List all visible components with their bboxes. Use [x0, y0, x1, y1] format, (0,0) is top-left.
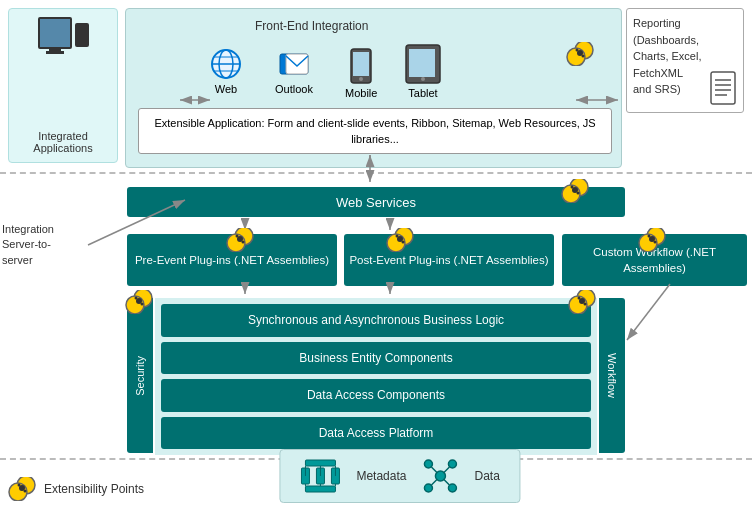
bottom-center-legend: Metadata Data — [279, 449, 520, 503]
reporting-label: Reporting(Dashboards,Charts, Excel,Fetch… — [633, 15, 705, 106]
post-event-label: Post-Event Plug-ins (.NET Assemblies) — [349, 252, 548, 268]
ext-point-top-right — [566, 42, 594, 69]
ext-point-custom-workflow — [638, 228, 666, 255]
sync-async-bar: Synchronous and Asynchronous Business Lo… — [161, 304, 591, 337]
svg-point-84 — [424, 484, 432, 492]
svg-line-8 — [627, 284, 670, 340]
data-access-components-bar: Data Access Components — [161, 379, 591, 412]
svg-point-82 — [424, 460, 432, 468]
diagram-container: Integrated Applications Front-End Integr… — [0, 0, 752, 511]
svg-point-38 — [571, 186, 574, 189]
svg-point-69 — [24, 490, 27, 493]
data-network-icon — [422, 458, 458, 494]
business-entity-bar: Business Entity Components — [161, 342, 591, 375]
web-label: Web — [215, 83, 237, 95]
reporting-box: Reporting(Dashboards,Charts, Excel,Fetch… — [626, 8, 744, 113]
ext-points-icon — [8, 477, 36, 501]
post-event-box: Post-Event Plug-ins (.NET Assemblies) — [344, 234, 554, 286]
workflow-label: Workflow — [606, 353, 618, 398]
integration-server-label: Integration Server-to-server — [2, 222, 92, 268]
svg-rect-30 — [711, 72, 735, 104]
data-access-components-label: Data Access Components — [307, 388, 445, 402]
ext-point-web-services — [561, 179, 589, 206]
svg-point-64 — [584, 303, 587, 306]
integrated-apps-label: Integrated Applications — [17, 130, 109, 154]
inner-bars-container: Synchronous and Asynchronous Business Lo… — [155, 298, 597, 455]
ext-point-pre-event — [226, 228, 254, 255]
svg-point-59 — [141, 303, 144, 306]
data-label: Data — [474, 469, 499, 483]
workflow-bar: Workflow — [599, 298, 625, 453]
svg-point-24 — [421, 77, 425, 81]
svg-point-39 — [577, 192, 580, 195]
ext-point-security — [125, 290, 153, 317]
tablet-icon — [405, 44, 441, 84]
ext-points-label: Extensibility Points — [44, 482, 144, 496]
web-services-label: Web Services — [336, 195, 416, 210]
svg-point-28 — [576, 49, 579, 52]
outlook-label: Outlook — [275, 83, 313, 95]
svg-point-63 — [578, 297, 581, 300]
outlook-icon-group: Outlook — [275, 48, 313, 95]
svg-line-88 — [431, 479, 437, 485]
svg-point-49 — [402, 241, 405, 244]
svg-point-83 — [448, 460, 456, 468]
svg-point-44 — [242, 241, 245, 244]
data-access-platform-bar: Data Access Platform — [161, 417, 591, 450]
web-icon-group: Web — [210, 48, 242, 95]
svg-line-86 — [431, 467, 437, 473]
sync-async-label: Synchronous and Asynchronous Business Lo… — [248, 313, 504, 327]
tablet-icon-group: Tablet — [405, 44, 441, 99]
svg-point-29 — [582, 55, 585, 58]
mobile-label: Mobile — [345, 87, 377, 99]
extensibility-legend: Extensibility Points — [8, 477, 144, 501]
ext-point-workflow — [568, 290, 596, 317]
svg-point-48 — [396, 235, 399, 238]
svg-point-21 — [359, 77, 363, 81]
svg-point-53 — [648, 235, 651, 238]
report-doc-icon — [709, 15, 737, 106]
svg-point-43 — [236, 235, 239, 238]
mobile-icon — [350, 48, 372, 84]
divider-1 — [0, 172, 752, 174]
outlook-icon — [278, 48, 310, 80]
extensible-app-box: Extensible Application: Form and client-… — [138, 108, 612, 154]
security-bar: Security — [127, 298, 153, 453]
svg-rect-20 — [353, 52, 369, 76]
globe-icon — [210, 48, 242, 80]
extensible-app-text: Extensible Application: Form and client-… — [143, 115, 607, 148]
svg-line-87 — [443, 467, 449, 473]
integrated-apps-box: Integrated Applications — [8, 8, 118, 163]
svg-point-85 — [448, 484, 456, 492]
ext-point-post-event — [386, 228, 414, 255]
svg-point-54 — [654, 241, 657, 244]
tablet-label: Tablet — [408, 87, 437, 99]
svg-point-68 — [18, 484, 21, 487]
svg-line-89 — [443, 479, 449, 485]
svg-rect-77 — [305, 486, 335, 492]
business-entity-label: Business Entity Components — [299, 351, 452, 365]
data-access-platform-label: Data Access Platform — [319, 426, 434, 440]
svg-rect-70 — [305, 460, 335, 466]
front-end-label: Front-End Integration — [255, 18, 368, 35]
svg-point-58 — [135, 297, 138, 300]
svg-rect-23 — [409, 49, 435, 77]
app-icon — [38, 17, 89, 49]
web-services-bar: Web Services — [127, 187, 625, 217]
mobile-icon-group: Mobile — [345, 48, 377, 99]
metadata-label: Metadata — [356, 469, 406, 483]
svg-rect-18 — [286, 54, 308, 74]
metadata-icon — [300, 458, 340, 494]
security-label: Security — [134, 356, 146, 396]
